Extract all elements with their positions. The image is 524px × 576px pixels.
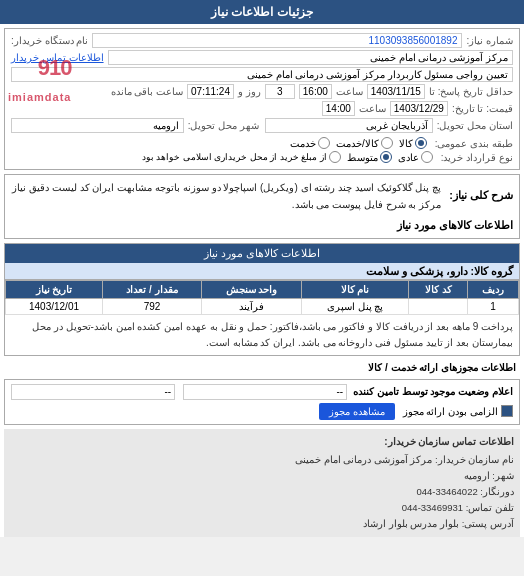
- page-container: جزئیات اطلاعات نیاز شماره نیاز: 11030938…: [0, 0, 524, 537]
- subject-row: تعیین رواجی مسئول کاربردار مرکز آموزشی د…: [11, 67, 513, 82]
- source-value: مرکز آموزشی درمانی امام خمینی: [108, 50, 513, 65]
- desc-title-row: شرح کلی نیاز: پچ پنل گلاکوئیک اسید چند ر…: [11, 179, 513, 213]
- description-section: شرح کلی نیاز: پچ پنل گلاکوئیک اسید چند ر…: [4, 174, 520, 239]
- time-from2-value: 07:11:24: [187, 84, 234, 99]
- goods-group-value: دارو، پزشکی و سلامت: [366, 265, 468, 277]
- type-row: طبقه بندی عمومی: کالا کالا/خدمت خدمت: [11, 137, 513, 149]
- watch-button[interactable]: مشاهده مجوز: [319, 403, 395, 420]
- main-info-section: شماره نیاز: 1103093856001892 نام دستگاه …: [4, 28, 520, 170]
- purchase-radio-adi[interactable]: [421, 151, 433, 163]
- province-label: استان محل تحویل:: [437, 120, 513, 131]
- cell-name: پچ پنل اسپری: [301, 298, 409, 314]
- province-row: استان محل تحویل: آذربایجان غربی: [265, 118, 513, 133]
- goods-title-text: اطلاعات کالاهای مورد نیاز: [204, 247, 320, 259]
- remain-label: ساعت باقی مانده: [111, 86, 184, 97]
- type-label-khedmat: خدمت: [290, 138, 316, 149]
- cell-radif: 1: [468, 298, 519, 314]
- goods-section: اطلاعات کالاهای مورد نیاز گروه کالا: دار…: [4, 243, 520, 356]
- cell-unit: فرآیند: [202, 298, 302, 314]
- date-row-2: قیمت: تا تاریخ: 1403/12/29 ساعت 14:00: [11, 101, 513, 116]
- province-value: آذربایجان غربی: [265, 118, 433, 133]
- type-radio-kala[interactable]: [415, 137, 427, 149]
- supplier-title: اعلام وضعیت موجود توسط تامین کننده: [353, 386, 513, 397]
- purchase-type-row: نوع قرارداد خرید: عادی متوسط از مبلغ خری…: [11, 151, 513, 163]
- type-option-kala-khedmat[interactable]: کالا/خدمت: [336, 137, 393, 149]
- date-to-value: 1403/12/29: [390, 101, 448, 116]
- desc-type-label: شرح کلی نیاز:: [449, 187, 513, 205]
- number-label: شماره نیاز:: [466, 35, 513, 46]
- time-to-value: 14:00: [322, 101, 355, 116]
- supplier-bottom-row: الزامی بودن ارائه مجوز مشاهده مجوز: [11, 403, 513, 420]
- type-radio-khedmat[interactable]: [318, 137, 330, 149]
- checkbox-label: الزامی بودن ارائه مجوز: [403, 406, 498, 417]
- contact-phone1-label: دورنگار:: [480, 486, 514, 497]
- purchase-option-other[interactable]: از مبلغ خرید از محل خریداری اسلامی خواهد…: [142, 151, 341, 163]
- city-value: ارومیه: [11, 118, 184, 133]
- date-row-1: حداقل تاریخ پاسخ: تا 1403/11/15 ساعت 16:…: [11, 84, 513, 99]
- desc-text: پچ پنل گلاکوئیک اسید چند رشته ای (ویکریل…: [11, 179, 441, 213]
- purchase-option-motavasset[interactable]: متوسط: [347, 151, 392, 163]
- source-row: مرکز آموزشی درمانی امام خمینی اطلاعات تم…: [11, 50, 513, 65]
- contact-city-row: شهر: ارومیه: [10, 468, 514, 484]
- page-title: جزئیات اطلاعات نیاز: [211, 5, 313, 19]
- subject-value: تعیین رواجی مسئول کاربردار مرکز آموزشی د…: [11, 67, 513, 82]
- type-option-kala[interactable]: کالا: [399, 137, 427, 149]
- day-label: روز و: [238, 86, 261, 97]
- buyer-contact-link[interactable]: اطلاعات تماس خریدار: [11, 52, 104, 63]
- checkbox-row: الزامی بودن ارائه مجوز: [403, 405, 513, 417]
- page-header: جزئیات اطلاعات نیاز: [0, 0, 524, 24]
- day-count-value: 3: [265, 84, 295, 99]
- col-radif: ردیف: [468, 280, 519, 298]
- supplier-fields: -- --: [11, 384, 347, 400]
- type-label: طبقه بندی عمومی:: [435, 138, 513, 149]
- table-header-row: ردیف کد کالا نام کالا واحد سنجش مقدار / …: [6, 280, 519, 298]
- supplier-field1: --: [183, 384, 347, 400]
- contact-buyer-name-value: مرکز آموزشی درمانی امام خمینی: [295, 454, 433, 465]
- col-name: نام کالا: [301, 280, 409, 298]
- purchase-radio-motavasset[interactable]: [380, 151, 392, 163]
- col-qty: مقدار / تعداد: [102, 280, 201, 298]
- contact-city-label: شهر:: [492, 470, 514, 481]
- time-label: ساعت: [336, 86, 363, 97]
- goods-title: اطلاعات کالاهای مورد نیاز: [5, 244, 519, 263]
- col-code: کد کالا: [409, 280, 468, 298]
- type-label-kala: کالا: [399, 138, 413, 149]
- contact-buyer-name-row: نام سازمان خریدار: مرکز آموزشی درمانی ام…: [10, 452, 514, 468]
- purchase-radio-other[interactable]: [329, 151, 341, 163]
- date-to-label: قیمت: تا تاریخ:: [452, 103, 513, 114]
- contact-address-label: آدرس پستی:: [462, 518, 514, 529]
- contact-buyer-name-label: نام سازمان خریدار:: [435, 454, 514, 465]
- purchase-label-motavasset: متوسط: [347, 152, 378, 163]
- cell-qty: 792: [102, 298, 201, 314]
- supplier-row: اعلام وضعیت موجود توسط تامین کننده -- --: [11, 384, 513, 400]
- col-date: تاریخ نیاز: [6, 280, 103, 298]
- purchase-option-adi[interactable]: عادی: [398, 151, 433, 163]
- purchase-label-adi: عادی: [398, 152, 419, 163]
- location-row: استان محل تحویل: آذربایجان غربی شهر محل …: [11, 118, 513, 135]
- number-value: 1103093856001892: [92, 33, 462, 48]
- contact-phone1-value: 33464022-044: [416, 486, 477, 497]
- cell-date: 1403/12/01: [6, 298, 103, 314]
- time-to-label: ساعت: [359, 103, 386, 114]
- source-label: نام دستگاه خریدار:: [11, 35, 88, 46]
- type-radio-kala-khedmat[interactable]: [381, 137, 393, 149]
- cell-code: [409, 298, 468, 314]
- supplier-field2: --: [11, 384, 175, 400]
- contact-address-row: آدرس پستی: بلوار مدرس بلوار ارشاد: [10, 516, 514, 532]
- contact-phone2-value: 33469931-044: [402, 502, 463, 513]
- goods-group-row: گروه کالا: دارو، پزشکی و سلامت: [5, 263, 519, 280]
- purchase-label-other: از مبلغ خرید از محل خریداری اسلامی خواهد…: [142, 152, 327, 162]
- number-row: شماره نیاز: 1103093856001892 نام دستگاه …: [11, 33, 513, 48]
- purchase-type-label: نوع قرارداد خرید:: [441, 152, 513, 163]
- checkbox-mojawez[interactable]: [501, 405, 513, 417]
- contact-title: اطلاعات تماس سازمان خریدار:: [10, 433, 514, 450]
- type-radio-group: کالا کالا/خدمت خدمت: [290, 137, 427, 149]
- time-from-value: 16:00: [299, 84, 332, 99]
- col-unit: واحد سنجش: [202, 280, 302, 298]
- type-option-khedmat[interactable]: خدمت: [290, 137, 330, 149]
- type-label-kala-khedmat: کالا/خدمت: [336, 138, 379, 149]
- contact-phone2-label: تلفن تماس:: [466, 502, 514, 513]
- goods-notes: پرداخت 9 ماهه بعد از دریافت کالا و فاکتو…: [5, 315, 519, 355]
- contact-phone2-row: تلفن تماس: 33469931-044: [10, 500, 514, 516]
- table-row: 1 پچ پنل اسپری فرآیند 792 1403/12/01: [6, 298, 519, 314]
